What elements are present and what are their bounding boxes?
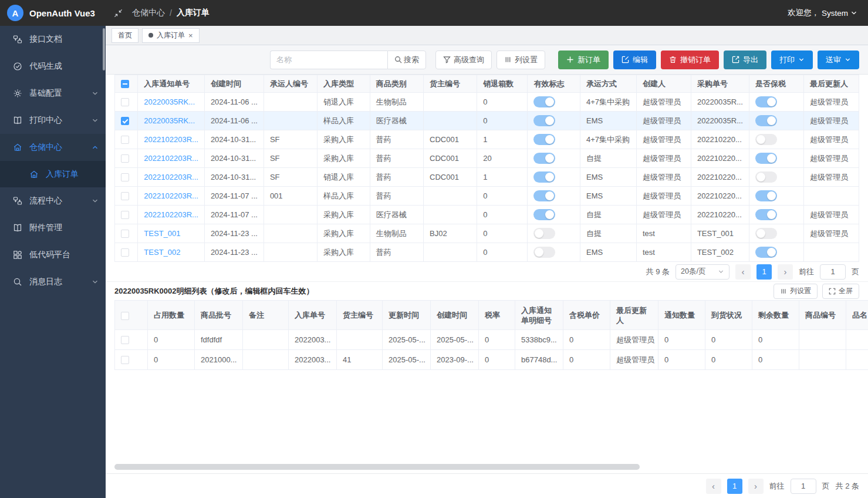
advanced-query-button[interactable]: 高级查询: [435, 51, 492, 69]
table-row[interactable]: 2022102203R...2024-11-07 ...001样品入库普药0EM…: [115, 187, 859, 206]
valid-toggle[interactable]: [533, 115, 555, 126]
row-checkbox[interactable]: [121, 173, 129, 181]
bonded-toggle[interactable]: [755, 190, 777, 201]
row-checkbox[interactable]: [121, 98, 129, 106]
detail-column-header: 商品批号: [195, 301, 243, 330]
table-row[interactable]: 20220035RK...2024-11-06 ...样品入库医疗器械0EMS超…: [115, 112, 859, 130]
table-row[interactable]: TEST_0012024-11-23 ...采购入库生物制品BJ020自提tes…: [115, 224, 859, 243]
table-row[interactable]: 2022102203R...2024-10-31...SF采购入库普药CDC00…: [115, 149, 859, 168]
detail-select-all-checkbox[interactable]: [121, 312, 129, 320]
valid-toggle[interactable]: [533, 190, 555, 201]
search-input[interactable]: [270, 51, 387, 69]
column-settings-button[interactable]: 列设置: [497, 51, 545, 69]
approve-button[interactable]: 送审: [818, 51, 859, 69]
tab-1[interactable]: 入库订单 ×: [142, 28, 200, 43]
sidebar-item-flow-center[interactable]: 流程中心: [0, 187, 106, 214]
table-row[interactable]: 2022102203R...2024-10-31...SF采购入库普药CDC00…: [115, 130, 859, 149]
notice-no-link[interactable]: 2022102203R...: [144, 210, 198, 219]
bonded-toggle[interactable]: [755, 153, 777, 164]
notice-no-link[interactable]: 20220035RK...: [144, 116, 195, 125]
bonded-toggle[interactable]: [755, 134, 777, 145]
cell-ship_method: 自提: [580, 149, 637, 168]
bonded-toggle[interactable]: [755, 96, 777, 107]
user-menu[interactable]: 欢迎您， System: [788, 8, 868, 18]
detail-row-checkbox[interactable]: [121, 356, 129, 364]
row-checkbox[interactable]: [121, 248, 129, 257]
row-checkbox[interactable]: [121, 230, 129, 238]
sidebar-item-message-log[interactable]: 消息日志: [0, 268, 106, 295]
sidebar-item-gear[interactable]: 基础配置: [0, 80, 106, 107]
new-order-button[interactable]: 新订单: [558, 51, 609, 69]
detail-header: 20220035RK0002明细列表（修改后，编辑框内回车生效） 列设置 全屏: [106, 281, 868, 300]
detail-row-checkbox[interactable]: [121, 336, 129, 344]
table-row[interactable]: 20220035RK...2024-11-06 ...销退入库生物制品04+7集…: [115, 93, 859, 112]
cell-last_updater: [804, 187, 859, 206]
valid-toggle[interactable]: [533, 134, 555, 145]
bonded-toggle[interactable]: [755, 171, 777, 183]
row-checkbox[interactable]: [121, 154, 129, 163]
bonded-toggle[interactable]: [755, 209, 777, 220]
detail-next-page-button[interactable]: ›: [748, 479, 764, 494]
print-button[interactable]: 打印: [771, 51, 813, 69]
notice-no-link[interactable]: 20220035RK...: [144, 97, 195, 106]
notice-no-link[interactable]: TEST_001: [144, 229, 180, 238]
goto-page-input[interactable]: [820, 264, 846, 280]
detail-column-settings-button[interactable]: 列设置: [774, 284, 818, 299]
bonded-toggle[interactable]: [755, 228, 777, 239]
message-log-icon: [13, 277, 22, 287]
horizontal-scrollbar[interactable]: [114, 464, 859, 470]
current-page-button[interactable]: 1: [756, 264, 772, 280]
row-checkbox[interactable]: [121, 192, 129, 200]
cell-ship_method: 自提: [580, 206, 637, 224]
table-row[interactable]: TEST_0022024-11-23 ...采购入库普药0EMStestTEST…: [115, 243, 859, 262]
sidebar-item-attachment[interactable]: 附件管理: [0, 214, 106, 241]
sidebar-item-print-center[interactable]: 打印中心: [0, 107, 106, 134]
detail-prev-page-button[interactable]: ‹: [706, 479, 721, 494]
detail-column-header: 税率: [479, 301, 515, 330]
notice-no-link[interactable]: 2022102203R...: [144, 173, 198, 181]
sidebar-item-lowcode[interactable]: 低代码平台: [0, 241, 106, 268]
valid-toggle[interactable]: [533, 171, 555, 183]
detail-table-row[interactable]: 02021000...2022003...412025-05-...2023-0…: [115, 350, 868, 370]
table-row[interactable]: 2022102203R...2024-11-07 ...采购入库医疗器械0自提超…: [115, 206, 859, 224]
tab-close-icon[interactable]: ×: [188, 32, 193, 39]
notice-no-link[interactable]: TEST_002: [144, 248, 180, 257]
edit-button[interactable]: 编辑: [613, 51, 656, 69]
page-size-select[interactable]: 20条/页: [676, 264, 729, 280]
sidebar-item-api-doc[interactable]: 接口文档: [0, 26, 106, 53]
table-row[interactable]: 2022102203R...2024-10-31...SF销退入库普药CDC00…: [115, 168, 859, 187]
cancel-order-button[interactable]: 撤销订单: [661, 51, 719, 69]
next-page-button[interactable]: ›: [778, 264, 793, 280]
detail-goto-page-input[interactable]: [791, 479, 816, 494]
valid-toggle[interactable]: [533, 153, 555, 164]
search-button[interactable]: 搜索: [387, 51, 426, 69]
cell-notice_no: TEST_001: [138, 224, 205, 243]
select-all-checkbox[interactable]: [121, 80, 129, 88]
detail-current-page-button[interactable]: 1: [727, 479, 742, 494]
valid-toggle[interactable]: [533, 209, 555, 220]
row-checkbox[interactable]: [121, 117, 129, 125]
detail-table-row[interactable]: 0fdfdfdf2022003...2025-05-...2025-05-...…: [115, 330, 868, 350]
bonded-toggle[interactable]: [755, 115, 777, 126]
sidebar-collapse-icon[interactable]: [114, 9, 123, 18]
valid-toggle[interactable]: [533, 96, 555, 107]
valid-toggle[interactable]: [533, 247, 555, 258]
sidebar-scrollbar[interactable]: [103, 28, 105, 70]
tab-0[interactable]: 首页: [112, 28, 139, 43]
notice-no-link[interactable]: 2022102203R...: [144, 154, 198, 163]
row-checkbox[interactable]: [121, 136, 129, 144]
sidebar-item-warehouse[interactable]: 仓储中心: [0, 134, 106, 161]
fullscreen-button[interactable]: 全屏: [822, 284, 859, 299]
notice-no-link[interactable]: 2022102203R...: [144, 135, 198, 144]
export-button[interactable]: 导出: [724, 51, 766, 69]
sidebar-item-code-gen[interactable]: 代码生成: [0, 53, 106, 80]
row-checkbox[interactable]: [121, 211, 129, 219]
scrollbar-thumb[interactable]: [114, 464, 640, 470]
prev-page-button[interactable]: ‹: [735, 264, 751, 280]
select-all-header: [115, 75, 138, 93]
sidebar-subitem-inbound-order[interactable]: 入库订单: [0, 161, 106, 187]
tab-active-dot: [148, 33, 153, 38]
notice-no-link[interactable]: 2022102203R...: [144, 191, 198, 200]
valid-toggle[interactable]: [533, 228, 555, 239]
bonded-toggle[interactable]: [755, 247, 777, 258]
